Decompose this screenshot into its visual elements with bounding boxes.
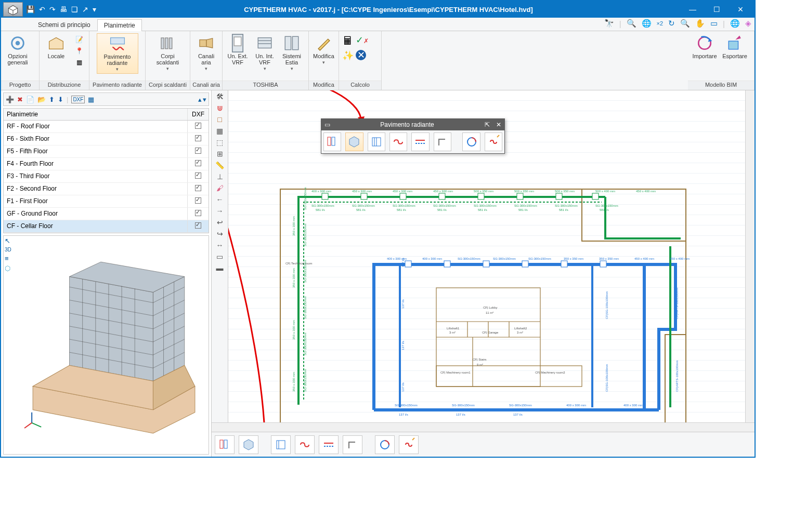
fw-tool-3[interactable]: [368, 132, 385, 151]
floor-row[interactable]: F4 - Fourth Floor: [4, 158, 209, 170]
collapse-down-icon[interactable]: ▾: [203, 96, 206, 103]
pv-layers-icon[interactable]: ≡: [5, 255, 11, 262]
grid2-icon[interactable]: ▦: [216, 127, 223, 135]
floor-row[interactable]: RF - Roof Floor: [4, 121, 209, 133]
folder-icon[interactable]: 📂: [37, 96, 46, 103]
redo-icon[interactable]: ↷: [49, 5, 56, 14]
fw-pin-icon[interactable]: ⇱: [482, 121, 493, 128]
calc-icon[interactable]: 🖩: [342, 34, 354, 48]
pv-3d-icon[interactable]: 3D: [5, 247, 11, 252]
larrow-icon[interactable]: ←: [216, 195, 224, 204]
paint-icon[interactable]: 🖌: [216, 184, 224, 192]
cube-icon[interactable]: ❏: [71, 5, 78, 14]
floor-row[interactable]: F3 - Third Floor: [4, 170, 209, 183]
marker-icon[interactable]: 📍: [74, 46, 84, 56]
rarrow-icon[interactable]: →: [216, 207, 224, 215]
bb-tool-6[interactable]: [343, 435, 362, 454]
bb-tool-7[interactable]: [375, 435, 395, 454]
close-button[interactable]: ×: [729, 2, 752, 17]
opzioni-generali-button[interactable]: Opzionigenerali: [3, 33, 32, 66]
maximize-button[interactable]: ☐: [705, 2, 729, 17]
minimize-button[interactable]: —: [681, 2, 705, 17]
pv-cursor-icon[interactable]: ↖: [5, 237, 11, 245]
esportare-button[interactable]: Esportare: [720, 33, 749, 60]
qat-dropdown-icon[interactable]: ▾: [93, 5, 96, 14]
tab-schemi[interactable]: Schemi di principio: [31, 19, 97, 31]
select-icon[interactable]: ⬚: [216, 138, 223, 147]
vscrollbar[interactable]: [745, 90, 755, 422]
bb-tool-4[interactable]: [295, 435, 315, 454]
sistemi-estia-button[interactable]: SistemiEstia ▾: [279, 33, 305, 73]
fw-tool-1[interactable]: [323, 132, 341, 151]
zoom-in-icon[interactable]: 🔍: [627, 19, 636, 28]
delete-icon[interactable]: ✖: [17, 96, 23, 103]
copy-icon[interactable]: 📄: [26, 96, 34, 103]
bb-tool-5[interactable]: [319, 435, 339, 454]
pv-cube-icon[interactable]: ⬡: [5, 264, 11, 272]
unext-vrf-button[interactable]: Un. Ext.VRF: [225, 33, 251, 66]
modifica-button[interactable]: Modifica ▾: [311, 33, 336, 66]
floor-row[interactable]: F5 - Fifth Floor: [4, 145, 209, 158]
floor-row[interactable]: GF - Ground Floor: [4, 208, 209, 220]
edit-icon[interactable]: 📝: [74, 34, 84, 45]
curve2-icon[interactable]: ↪: [217, 230, 223, 238]
bb-tool-8[interactable]: [399, 435, 419, 454]
fw-tool-7[interactable]: [462, 132, 480, 151]
hruler-icon[interactable]: 📏: [215, 161, 224, 169]
sq2-icon[interactable]: ▬: [216, 264, 224, 272]
floor-row[interactable]: F2 - Second Floor: [4, 183, 209, 195]
fw-tool-2[interactable]: [345, 132, 363, 151]
locale-button[interactable]: Locale: [42, 33, 71, 60]
wand-icon[interactable]: ✨: [342, 50, 354, 61]
fw-sysmenu-icon[interactable]: ▭: [321, 121, 333, 128]
bb-tool-3[interactable]: [271, 435, 291, 454]
corpi-scaldanti-button[interactable]: Corpiscaldanti ▾: [153, 33, 183, 73]
perp-icon[interactable]: ⊥: [217, 172, 223, 181]
sq1-icon[interactable]: ▭: [216, 252, 223, 261]
floor-row[interactable]: F6 - Sixth Floor: [4, 133, 209, 145]
boxes-icon[interactable]: ▦: [74, 57, 84, 68]
floor-row[interactable]: F1 - First Floor: [4, 195, 209, 208]
print-icon[interactable]: 🖶: [60, 5, 67, 14]
zoom-world-icon[interactable]: 🌐: [642, 19, 652, 28]
export-icon[interactable]: ↗: [82, 5, 88, 14]
down-icon[interactable]: ⬇: [58, 96, 63, 103]
dxf-icon[interactable]: DXF: [71, 96, 85, 103]
bb-tool-1[interactable]: [215, 435, 235, 454]
tab-planimetrie[interactable]: Planimetrie: [97, 19, 142, 31]
add-icon[interactable]: ➕: [6, 96, 14, 103]
tools-icon[interactable]: 🛠: [216, 92, 224, 101]
up-icon[interactable]: ⬆: [49, 96, 55, 103]
fw-tool-6[interactable]: [434, 132, 451, 151]
grid-icon[interactable]: ▦: [88, 96, 94, 103]
layers-icon[interactable]: ◈: [745, 19, 751, 28]
fw-tool-8[interactable]: [485, 132, 502, 151]
rect-icon[interactable]: □: [217, 115, 222, 124]
cancel-icon[interactable]: ✕: [356, 50, 366, 60]
wide-icon[interactable]: ↔: [216, 241, 224, 249]
unint-vrf-button[interactable]: Un. Int.VRF ▾: [252, 33, 278, 73]
vruler-icon[interactable]: ⊞: [217, 150, 223, 158]
fw-tool-5[interactable]: [411, 132, 429, 151]
zoom-back-icon[interactable]: 🔍: [680, 19, 690, 28]
save-icon[interactable]: 💾: [26, 5, 35, 14]
check-icon[interactable]: ✓✗: [356, 34, 369, 48]
fw-close-icon[interactable]: ✕: [493, 121, 504, 128]
canali-aria-button[interactable]: Canaliaria ▾: [193, 33, 219, 73]
zoom-x2-icon[interactable]: ×2: [657, 20, 664, 26]
globe-icon[interactable]: 🌐: [730, 19, 740, 28]
preview-3d[interactable]: ↖ 3D ≡ ⬡: [3, 235, 209, 455]
undo-icon[interactable]: ↶: [39, 5, 45, 14]
hscrollbar[interactable]: [212, 422, 755, 432]
collapse-up-icon[interactable]: ▴: [198, 96, 202, 103]
refresh-icon[interactable]: ↻: [668, 19, 675, 28]
floor-row[interactable]: CF - Cellar Floor: [4, 220, 209, 233]
floor-plan-canvas[interactable]: ▭ Pavimento radiante ⇱ ✕: [228, 90, 745, 422]
importare-button[interactable]: Importare: [690, 33, 719, 60]
bb-tool-2[interactable]: [239, 435, 258, 454]
curve1-icon[interactable]: ↩: [217, 218, 223, 227]
binoculars-icon[interactable]: 🔭: [604, 19, 614, 28]
magnet-icon[interactable]: ⋓: [217, 104, 223, 112]
fw-tool-4[interactable]: [389, 132, 407, 151]
window-icon[interactable]: ▭: [710, 19, 718, 28]
